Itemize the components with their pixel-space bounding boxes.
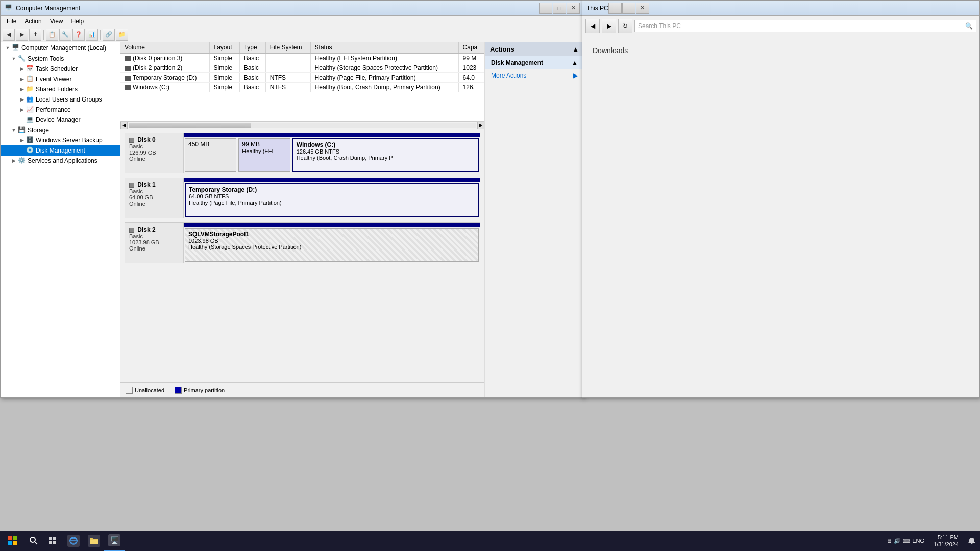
task-view-button[interactable] (43, 531, 63, 551)
table-row[interactable]: (Disk 0 partition 3) Simple Basic Health… (120, 53, 484, 63)
properties-button[interactable]: 🔧 (59, 29, 71, 41)
menu-view[interactable]: View (46, 17, 67, 26)
disk-area: Disk 0 Basic 126.99 GB Online 450 MB 99 (120, 129, 484, 382)
back-button[interactable]: ◀ (3, 29, 15, 41)
col-filesystem[interactable]: File System (265, 42, 310, 53)
ie-button[interactable] (63, 531, 84, 551)
scroll-thumb[interactable] (129, 123, 251, 128)
tree-windows-server-backup[interactable]: ▶ 🗄️ Windows Server Backup (1, 135, 120, 145)
tray-network-icon[interactable]: 🖥 (886, 538, 892, 544)
w2-forward-button[interactable]: ▶ (602, 19, 616, 33)
tray-volume-icon[interactable]: 🔊 (894, 538, 901, 544)
forward-button[interactable]: ▶ (16, 29, 28, 41)
w2-search-icon[interactable]: 🔍 (965, 22, 973, 30)
show-hide-button[interactable]: 📋 (46, 29, 58, 41)
tree-storage[interactable]: ▼ 💾 Storage (1, 125, 120, 135)
services-icon: ⚙️ (18, 157, 26, 165)
actions-collapse-icon[interactable]: ▲ (572, 45, 579, 53)
part-windows-size: 126.45 GB NTFS (297, 148, 475, 155)
disk-0-row: Disk 0 Basic 126.99 GB Online 450 MB 99 (125, 133, 480, 173)
scroll-left-button[interactable]: ◀ (120, 122, 128, 129)
col-status[interactable]: Status (310, 42, 458, 53)
cell-cap: 64.0 (458, 73, 484, 83)
menu-file[interactable]: File (3, 17, 20, 26)
disk-0-label: Disk 0 Basic 126.99 GB Online (125, 133, 183, 173)
w2-maximize-button[interactable]: □ (622, 3, 635, 14)
cell-fs: NTFS (265, 83, 310, 92)
disk-1-part-d[interactable]: Temporary Storage (D:) 64.00 GB NTFS Hea… (185, 183, 479, 217)
tree-local-users[interactable]: ▶ 👥 Local Users and Groups (1, 94, 120, 105)
maximize-button[interactable]: □ (553, 3, 566, 14)
menu-action[interactable]: Action (20, 17, 45, 26)
disk-0-part-efi[interactable]: 99 MB Healthy (EFI (238, 138, 290, 172)
system-tools-icon: 🔧 (18, 55, 26, 63)
help-button[interactable]: ❓ (72, 29, 85, 41)
scroll-track[interactable] (129, 123, 476, 128)
menu-help[interactable]: Help (67, 17, 88, 26)
tree-root[interactable]: ▼ 🖥️ Computer Management (Local) (1, 42, 120, 54)
tree-disk-management[interactable]: ▶ 💿 Disk Management (1, 145, 120, 156)
w2-minimize-button[interactable]: — (608, 3, 622, 14)
part-windows-name: Windows (C:) (297, 141, 475, 148)
up-button[interactable]: ⬆ (29, 29, 41, 41)
notification-button[interactable] (964, 531, 980, 551)
task-scheduler-expander[interactable]: ▶ (18, 66, 26, 71)
tree-shared-folders[interactable]: ▶ 📁 Shared Folders (1, 84, 120, 94)
system-tools-label: System Tools (28, 55, 64, 62)
event-viewer-expander[interactable]: ▶ (18, 77, 26, 82)
root-expander[interactable]: ▼ (4, 45, 12, 51)
local-users-expander[interactable]: ▶ (18, 97, 26, 102)
disk-management-action[interactable]: Disk Management ▲ (485, 56, 584, 69)
w2-search-box[interactable]: Search This PC 🔍 (634, 20, 976, 32)
taskbar-search-button[interactable] (24, 531, 43, 551)
cell-layout: Simple (209, 83, 239, 92)
disk-1-label: Disk 1 Basic 64.00 GB Online (125, 178, 183, 218)
col-capacity[interactable]: Capa (458, 42, 484, 53)
disk-0-part-unalloc[interactable]: 450 MB (185, 138, 236, 172)
shared-folders-expander[interactable]: ▶ (18, 87, 26, 92)
table-row[interactable]: (Disk 2 partition 2) Simple Basic Health… (120, 63, 484, 73)
tray-lang-label[interactable]: ENG (912, 538, 924, 544)
view-button[interactable]: 📊 (86, 29, 98, 41)
tree-services[interactable]: ▶ ⚙️ Services and Applications (1, 156, 120, 166)
tree-device-manager[interactable]: ▶ 💻 Device Manager (1, 115, 120, 125)
w2-back-button[interactable]: ◀ (585, 19, 600, 33)
part-d-status: Healthy (Page File, Primary Partition) (189, 199, 475, 206)
connect-button[interactable]: 🔗 (103, 29, 115, 41)
cell-type: Basic (239, 83, 265, 92)
folder-icon (90, 537, 98, 544)
disk-2-part-pool[interactable]: SQLVMStoragePool1 1023.98 GB Healthy (St… (185, 228, 479, 262)
col-layout[interactable]: Layout (209, 42, 239, 53)
computer-management-window: 🖥️ Computer Management — □ ✕ File Action… (0, 0, 584, 398)
performance-expander[interactable]: ▶ (18, 107, 26, 112)
disk-0-part-windows[interactable]: Windows (C:) 126.45 GB NTFS Healthy (Boo… (292, 138, 479, 172)
table-row[interactable]: Temporary Storage (D:) Simple Basic NTFS… (120, 73, 484, 83)
col-type[interactable]: Type (239, 42, 265, 53)
table-row[interactable]: Windows (C:) Simple Basic NTFS Healthy (… (120, 83, 484, 92)
tray-keyboard-icon[interactable]: ⌨ (903, 538, 910, 544)
w2-close-button[interactable]: ✕ (636, 3, 649, 14)
tree-performance[interactable]: ▶ 📈 Performance (1, 105, 120, 115)
tree-task-scheduler[interactable]: ▶ 📅 Task Scheduler (1, 64, 120, 74)
export-button[interactable]: 📁 (116, 29, 128, 41)
scroll-right-button[interactable]: ▶ (477, 122, 484, 129)
tree-system-tools[interactable]: ▼ 🔧 System Tools (1, 54, 120, 64)
system-tools-expander[interactable]: ▼ (10, 56, 18, 61)
backup-expander[interactable]: ▶ (18, 138, 26, 143)
start-button[interactable] (0, 531, 24, 551)
w2-refresh-button[interactable]: ↻ (618, 19, 632, 33)
tree-event-viewer[interactable]: ▶ 📋 Event Viewer (1, 74, 120, 84)
file-explorer-taskbar-button[interactable] (84, 531, 104, 551)
col-volume[interactable]: Volume (120, 42, 209, 53)
close-button[interactable]: ✕ (567, 3, 580, 14)
more-actions-item[interactable]: More Actions ▶ (485, 69, 584, 82)
table-scrollbar[interactable]: ◀ ▶ (120, 121, 484, 129)
part-windows-status: Healthy (Boot, Crash Dump, Primary P (297, 155, 475, 161)
computer-mgmt-taskbar-button[interactable]: 🖥️ (104, 531, 125, 551)
main-layout: ▼ 🖥️ Computer Management (Local) ▼ 🔧 Sys… (1, 42, 584, 397)
system-clock[interactable]: 5:11 PM 1/31/2024 (928, 534, 964, 548)
storage-expander[interactable]: ▼ (10, 128, 18, 133)
minimize-button[interactable]: — (539, 3, 552, 14)
disk-mgmt-icon: 💿 (26, 146, 34, 155)
services-expander[interactable]: ▶ (10, 158, 18, 163)
